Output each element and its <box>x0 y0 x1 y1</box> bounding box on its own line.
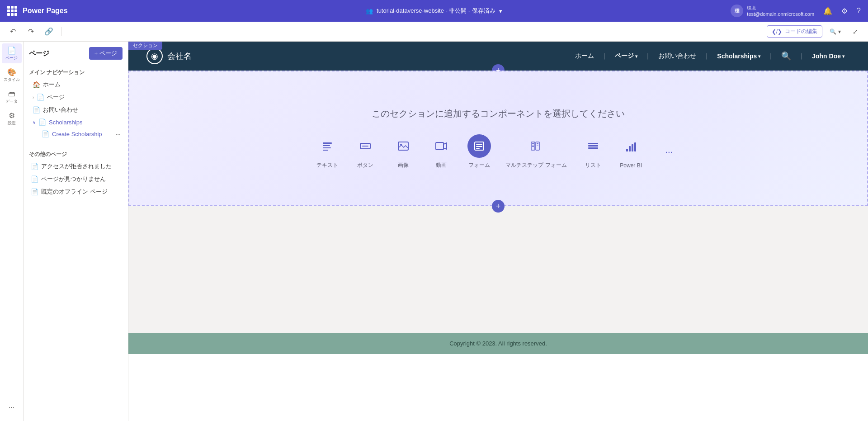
toolbar-right: ❮/❯ コードの編集 🔍 ▾ ⤢ <box>767 24 863 39</box>
main-layout: 📄 ページ 🎨 スタイル 🗃 データ ⚙ 設定 ··· ページ + ページ メイ… <box>0 42 868 421</box>
nav-more[interactable]: ··· <box>2 397 22 417</box>
nav-data[interactable]: 🗃 データ <box>2 87 22 107</box>
component-form[interactable]: フォーム <box>467 134 491 169</box>
more-dots-icon: ··· <box>665 147 673 157</box>
list-icon <box>587 140 599 152</box>
svg-rect-10 <box>476 144 482 145</box>
add-page-button[interactable]: + ページ <box>89 47 123 60</box>
zoom-button[interactable]: 🔍 ▾ <box>826 27 844 37</box>
component-image[interactable]: 画像 <box>392 134 415 169</box>
other-pages-section: その他のページ 📄 アクセスが拒否されました 📄 ページが見つかりません 📄 既… <box>24 147 128 198</box>
footer-text: Copyright © 2023. All rights reserved. <box>449 340 547 347</box>
svg-rect-15 <box>532 143 534 144</box>
sidebar-item-contact[interactable]: 📄 お問い合わせ <box>25 104 126 116</box>
svg-rect-3 <box>323 150 328 151</box>
user-dropdown-arrow: ▾ <box>842 54 844 59</box>
nav-styles[interactable]: 🎨 スタイル <box>2 65 22 85</box>
pages-dropdown-arrow: ▾ <box>635 54 637 59</box>
toolbar-separator <box>61 27 62 36</box>
nav-link-home[interactable]: ホーム <box>570 50 599 62</box>
user-name-label: test@domain.onmicrosoft.com <box>747 11 814 17</box>
more-icon-wrapper: ··· <box>657 140 681 164</box>
main-nav-title: メイン ナビゲーション <box>24 65 128 78</box>
svg-rect-24 <box>629 146 631 151</box>
sidebar-item-access-denied[interactable]: 📄 アクセスが拒否されました <box>24 160 128 173</box>
sidebar-item-not-found[interactable]: 📄 ページが見つかりません <box>24 173 128 185</box>
data-nav-label: データ <box>5 99 18 104</box>
nav-link-pages[interactable]: ページ▾ <box>609 50 643 62</box>
sidebar: ページ + ページ メイン ナビゲーション 🏠 ホーム › 📄 ページ 📄 お問… <box>24 42 128 421</box>
sidebar-item-create-scholarship[interactable]: 📄 Create Scholarship ··· <box>25 128 126 140</box>
svg-rect-8 <box>436 142 443 150</box>
link-button[interactable]: 🔗 <box>42 24 56 39</box>
component-video[interactable]: 動画 <box>429 134 453 169</box>
component-button[interactable]: ボタン <box>354 134 377 169</box>
scholarships-icon: 📄 <box>38 118 46 126</box>
create-scholarship-more-icon[interactable]: ··· <box>115 130 121 137</box>
access-denied-label: アクセスが拒否されました <box>41 162 112 170</box>
user-env-label: 環境 <box>747 5 814 11</box>
button-label: ボタン <box>357 161 373 169</box>
nav-link-user[interactable]: John Doe▾ <box>807 51 850 61</box>
sidebar-item-pages[interactable]: › 📄 ページ <box>25 91 126 104</box>
logo-text: 会社名 <box>167 51 192 61</box>
canvas-area: セクション ◉ 会社名 ホーム ｜ ページ▾ ｜ お問い合わせ ｜ Schola… <box>128 42 868 421</box>
sidebar-item-offline[interactable]: 📄 既定のオフライン ページ <box>24 185 128 198</box>
svg-rect-5 <box>362 146 368 147</box>
zoom-icon: 🔍 <box>830 28 836 35</box>
component-powerbi[interactable]: Power BI <box>619 135 643 169</box>
pages-nav-label: ページ <box>5 56 18 61</box>
section-label: セクション <box>128 42 162 50</box>
pages-expand-arrow: › <box>33 95 34 100</box>
select-component-title: このセクションに追加するコンポーネントを選択してください <box>372 108 625 120</box>
button-icon-wrapper <box>354 134 377 158</box>
scholarships-dropdown-arrow: ▾ <box>758 54 760 59</box>
component-list[interactable]: リスト <box>581 134 605 169</box>
sidebar-item-home[interactable]: 🏠 ホーム <box>25 78 126 91</box>
code-edit-button[interactable]: ❮/❯ コードの編集 <box>767 25 822 38</box>
svg-rect-0 <box>323 142 332 144</box>
toolbar: ↶ ↷ 🔗 ❮/❯ コードの編集 🔍 ▾ ⤢ <box>0 22 868 42</box>
undo-button[interactable]: ↶ <box>5 24 20 39</box>
preview-frame: セクション ◉ 会社名 ホーム ｜ ページ▾ ｜ お問い合わせ ｜ Schola… <box>128 42 868 421</box>
component-grid: テキスト ボタン <box>316 134 680 169</box>
add-section-bottom-button[interactable]: + <box>492 200 505 213</box>
nav-link-contact[interactable]: お問い合わせ <box>653 50 702 62</box>
nav-separator-1: ｜ <box>601 52 608 60</box>
expand-button[interactable]: ⤢ <box>848 24 863 39</box>
help-icon[interactable]: ? <box>857 7 861 15</box>
component-text[interactable]: テキスト <box>316 134 339 169</box>
center-dropdown-arrow[interactable]: ▾ <box>499 8 502 14</box>
home-icon: 🏠 <box>33 81 40 88</box>
svg-rect-19 <box>537 145 538 146</box>
nav-separator-5: ｜ <box>798 52 805 60</box>
offline-label: 既定のオフライン ページ <box>41 188 108 196</box>
powerbi-icon <box>625 141 637 153</box>
component-multistep[interactable]: マルチステップ フォーム <box>505 134 566 169</box>
svg-rect-1 <box>323 145 330 146</box>
form-icon <box>473 140 486 152</box>
nav-settings[interactable]: ⚙ 設定 <box>2 109 22 128</box>
other-pages-title: その他のページ <box>24 147 128 160</box>
svg-rect-21 <box>588 145 598 147</box>
component-more[interactable]: ··· <box>657 140 681 164</box>
svg-rect-2 <box>323 147 331 148</box>
styles-icon: 🎨 <box>7 68 16 76</box>
sidebar-item-scholarships[interactable]: ∨ 📄 Scholarships <box>25 116 126 128</box>
button-icon <box>359 140 372 152</box>
image-label: 画像 <box>398 161 409 169</box>
nav-pages[interactable]: 📄 ページ <box>2 43 22 63</box>
nav-separator-4: ｜ <box>768 52 774 60</box>
nav-link-scholarships[interactable]: Scholarships▾ <box>712 51 766 61</box>
waffle-icon[interactable] <box>7 6 17 16</box>
create-scholarship-icon: 📄 <box>42 130 49 137</box>
redo-button[interactable]: ↷ <box>24 24 38 39</box>
settings-icon[interactable]: ⚙ <box>841 7 848 15</box>
image-icon-wrapper <box>392 134 415 158</box>
logo-circle-icon: ◉ <box>146 48 163 64</box>
notification-icon[interactable]: 🔔 <box>823 7 832 15</box>
sidebar-title: ページ <box>29 49 49 58</box>
create-scholarship-label: Create Scholarship <box>52 131 102 137</box>
top-bar-center: 👥 tutorial-dataverse-website - 非公開 - 保存済… <box>366 7 502 15</box>
search-icon[interactable]: 🔍 <box>776 49 797 63</box>
